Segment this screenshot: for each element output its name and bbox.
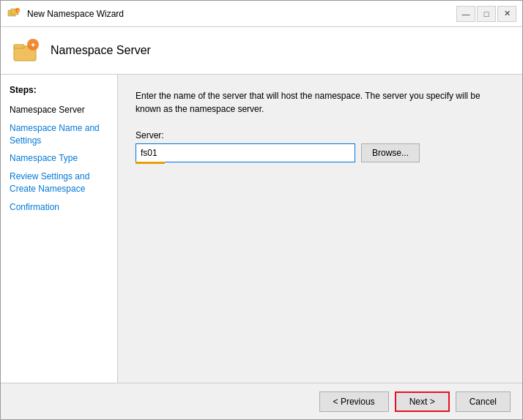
next-button[interactable]: Next > bbox=[395, 391, 450, 412]
svg-rect-5 bbox=[14, 45, 24, 48]
sidebar-item-namespace-server[interactable]: Namespace Server bbox=[1, 101, 117, 119]
namespace-icon: ✦ bbox=[12, 36, 42, 65]
description-text: Enter the name of the server that will h… bbox=[136, 89, 487, 116]
wizard-title: Namespace Server bbox=[51, 44, 151, 57]
sidebar-item-namespace-name[interactable]: Namespace Name and Settings bbox=[1, 119, 117, 150]
title-bar: ✦ New Namespace Wizard — □ ✕ bbox=[1, 1, 522, 27]
sidebar: Steps: Namespace Server Namespace Name a… bbox=[1, 75, 118, 383]
close-button[interactable]: ✕ bbox=[497, 6, 516, 22]
server-input-row: Browse... bbox=[136, 143, 505, 162]
sidebar-item-namespace-type[interactable]: Namespace Type bbox=[1, 149, 117, 168]
sidebar-item-review-settings[interactable]: Review Settings and Create Namespace bbox=[1, 168, 117, 198]
window-icon: ✦ bbox=[7, 7, 21, 21]
browse-button[interactable]: Browse... bbox=[361, 143, 420, 162]
server-input[interactable] bbox=[136, 143, 355, 162]
svg-text:✦: ✦ bbox=[30, 41, 36, 49]
server-form-group: Server: Browse... bbox=[136, 130, 505, 164]
main-content: Enter the name of the server that will h… bbox=[118, 75, 522, 383]
window: ✦ New Namespace Wizard — □ ✕ ✦ Namespace… bbox=[0, 0, 523, 420]
title-bar-controls: — □ ✕ bbox=[456, 6, 516, 22]
footer: < Previous Next > Cancel bbox=[1, 383, 522, 419]
steps-label: Steps: bbox=[1, 82, 117, 101]
window-title: New Namespace Wizard bbox=[27, 9, 450, 19]
maximize-button[interactable]: □ bbox=[477, 6, 496, 22]
previous-button[interactable]: < Previous bbox=[319, 391, 389, 412]
content-area: Steps: Namespace Server Namespace Name a… bbox=[1, 75, 522, 383]
wizard-header: ✦ Namespace Server bbox=[1, 27, 522, 75]
server-label: Server: bbox=[136, 130, 505, 140]
sidebar-item-confirmation[interactable]: Confirmation bbox=[1, 198, 117, 217]
minimize-button[interactable]: — bbox=[456, 6, 475, 22]
cancel-button[interactable]: Cancel bbox=[456, 391, 511, 412]
